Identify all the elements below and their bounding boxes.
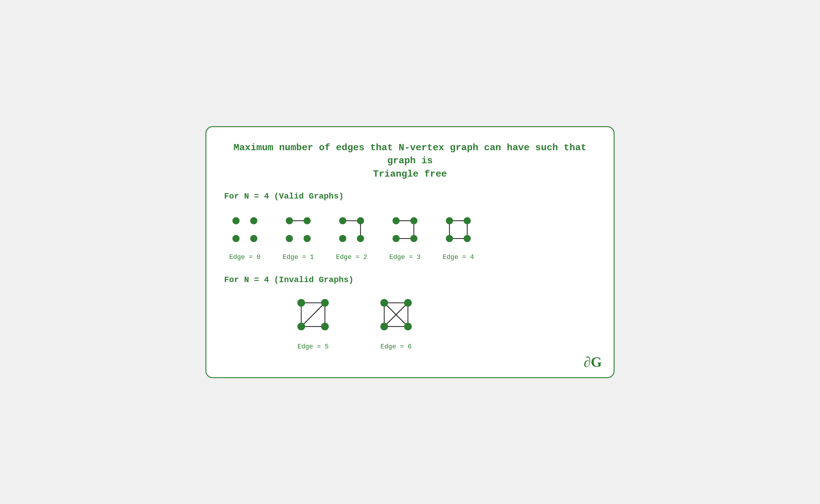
- valid-graphs-row: Edge = 0 Edge = 1 Edge = 2: [224, 210, 596, 261]
- svg-point-11: [339, 217, 346, 224]
- svg-point-6: [303, 217, 311, 224]
- svg-point-7: [286, 235, 293, 242]
- svg-point-45: [380, 299, 388, 307]
- svg-point-8: [303, 235, 311, 242]
- graph-edge-0: Edge = 0: [224, 210, 266, 261]
- graph-edge-1: Edge = 1: [277, 210, 319, 261]
- svg-point-35: [297, 299, 305, 307]
- graph-svg-0: [224, 210, 266, 249]
- svg-point-27: [464, 217, 471, 224]
- svg-point-26: [446, 217, 453, 224]
- svg-point-5: [286, 217, 293, 224]
- svg-point-28: [446, 235, 453, 242]
- graph-svg-5: [289, 294, 337, 338]
- logo: ∂G: [584, 354, 602, 370]
- svg-point-20: [392, 235, 399, 242]
- main-card: Maximum number of edges that N-vertex gr…: [205, 126, 615, 378]
- graph-svg-1: [277, 210, 319, 249]
- graph-label-5: Edge = 5: [297, 343, 329, 351]
- graph-edge-3: Edge = 3: [384, 210, 426, 261]
- svg-point-0: [232, 217, 239, 224]
- graph-svg-4: [438, 210, 479, 249]
- svg-point-1: [250, 217, 257, 224]
- svg-point-38: [321, 323, 329, 330]
- invalid-section-title: For N = 4 (Invalid Graphs): [224, 275, 596, 284]
- graph-label-4: Edge = 4: [443, 254, 474, 261]
- graph-svg-3: [384, 210, 426, 249]
- svg-point-47: [380, 323, 388, 330]
- graph-edge-2: Edge = 2: [331, 210, 372, 261]
- graph-label-3: Edge = 3: [389, 254, 421, 261]
- graph-edge-4: Edge = 4: [438, 210, 479, 261]
- svg-point-3: [250, 235, 257, 242]
- graph-svg-2: [331, 210, 372, 249]
- graph-label-6: Edge = 6: [380, 343, 412, 351]
- svg-point-13: [339, 235, 346, 242]
- main-title: Maximum number of edges that N-vertex gr…: [224, 141, 596, 181]
- svg-point-19: [410, 217, 418, 224]
- svg-point-2: [232, 235, 239, 242]
- svg-point-36: [321, 299, 329, 307]
- svg-point-21: [410, 235, 418, 242]
- svg-point-29: [464, 235, 471, 242]
- graph-svg-6: [372, 294, 420, 338]
- graph-label-2: Edge = 2: [336, 254, 367, 261]
- graph-label-1: Edge = 1: [282, 254, 314, 261]
- svg-point-46: [404, 299, 412, 307]
- graph-edge-5: Edge = 5: [289, 294, 337, 351]
- svg-point-12: [357, 217, 364, 224]
- invalid-graphs-row: Edge = 5 Edge = 6: [289, 294, 596, 351]
- svg-line-34: [301, 303, 325, 327]
- graph-label-0: Edge = 0: [229, 254, 260, 261]
- svg-point-18: [392, 217, 399, 224]
- svg-point-48: [404, 323, 412, 330]
- valid-section-title: For N = 4 (Valid Graphs): [224, 192, 596, 201]
- graph-edge-6: Edge = 6: [372, 294, 420, 351]
- svg-point-14: [357, 235, 364, 242]
- svg-point-37: [297, 323, 305, 330]
